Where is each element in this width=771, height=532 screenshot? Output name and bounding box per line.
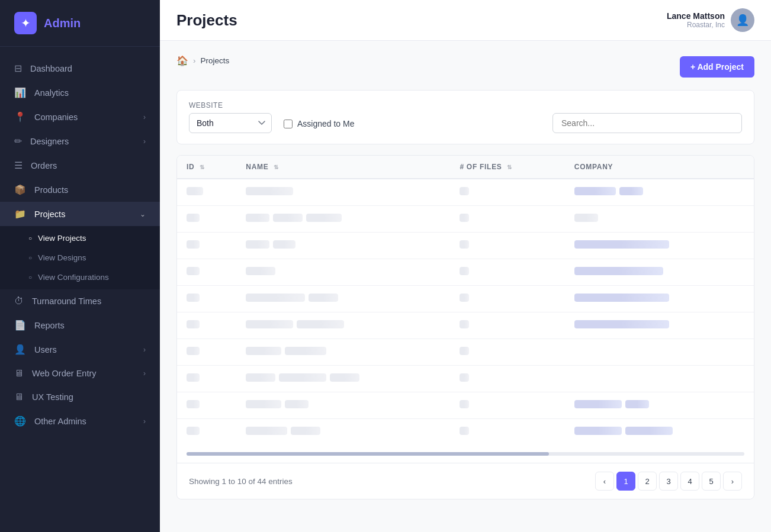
sidebar-item-label: Turnaround Times <box>32 296 101 306</box>
analytics-icon: 📊 <box>14 87 26 98</box>
pagination-page-4[interactable]: 4 <box>680 472 699 491</box>
col-name: NAME ⇅ <box>236 156 450 179</box>
avatar: 👤 <box>731 8 754 32</box>
sidebar-item-label: Designers <box>30 137 69 146</box>
table-body <box>177 179 754 445</box>
table-row[interactable] <box>177 419 754 446</box>
sidebar-item-label: Projects <box>34 209 65 219</box>
sidebar-item-label: Web Order Entry <box>32 369 97 378</box>
pagination-next[interactable]: › <box>723 472 742 491</box>
users-icon: 👤 <box>14 344 26 355</box>
chevron-right-icon: › <box>143 137 146 146</box>
chevron-right-icon: › <box>143 417 146 425</box>
other-admins-icon: 🌐 <box>14 415 26 427</box>
orders-icon: ☰ <box>14 160 23 171</box>
sidebar-item-view-projects[interactable]: View Projects <box>0 228 160 248</box>
sort-icon: ⇅ <box>507 164 512 170</box>
companies-icon: 📍 <box>14 111 26 122</box>
sidebar-item-ux-testing[interactable]: 🖥 UX Testing <box>0 385 160 409</box>
sidebar-item-projects[interactable]: 📁 Projects ⌄ <box>0 202 160 226</box>
assigned-checkbox-label[interactable]: Assigned to Me <box>284 119 355 133</box>
breadcrumb-actions: 🏠 › Projects + Add Project <box>176 55 754 78</box>
pagination-row: Showing 1 to 10 of 44 entries ‹ 1 2 3 4 … <box>177 463 754 499</box>
website-filter-group: Website Both Roastar Generic <box>189 101 272 133</box>
scrollbar-thumb <box>187 452 549 456</box>
sidebar-nav: ⊟ Dashboard 📊 Analytics 📍 Companies › ✏ … <box>0 47 160 532</box>
pagination-page-3[interactable]: 3 <box>659 472 678 491</box>
sidebar-item-label: Dashboard <box>30 64 72 73</box>
website-filter-label: Website <box>189 101 272 109</box>
sidebar-brand: Admin <box>44 17 81 30</box>
projects-table-container: ID ⇅ NAME ⇅ # OF FILES ⇅ COMPANY <box>176 155 754 499</box>
assigned-label-text: Assigned to Me <box>297 119 355 128</box>
sub-item-label: View Projects <box>38 234 86 243</box>
table-row[interactable] <box>177 339 754 366</box>
sidebar-item-reports[interactable]: 📄 Reports <box>0 313 160 337</box>
chevron-right-icon: › <box>143 346 146 354</box>
sidebar-item-analytics[interactable]: 📊 Analytics <box>0 80 160 105</box>
products-icon: 📦 <box>14 184 26 195</box>
sidebar-item-users[interactable]: 👤 Users › <box>0 337 160 362</box>
pagination-buttons: ‹ 1 2 3 4 5 › <box>595 472 742 491</box>
assigned-to-me-checkbox[interactable] <box>284 120 293 128</box>
add-project-button[interactable]: + Add Project <box>680 56 754 78</box>
col-id: ID ⇅ <box>177 156 236 179</box>
sidebar-item-label: Users <box>34 345 57 354</box>
table-row[interactable] <box>177 179 754 206</box>
sidebar-item-products[interactable]: 📦 Products <box>0 178 160 202</box>
turnaround-icon: ⏱ <box>14 296 24 307</box>
pagination-prev[interactable]: ‹ <box>595 472 614 491</box>
table-row[interactable] <box>177 392 754 419</box>
reports-icon: 📄 <box>14 320 26 331</box>
projects-table: ID ⇅ NAME ⇅ # OF FILES ⇅ COMPANY <box>177 156 754 445</box>
user-info-area: Lance Mattson Roastar, Inc 👤 <box>667 8 754 32</box>
sidebar-item-dashboard[interactable]: ⊟ Dashboard <box>0 56 160 80</box>
website-select[interactable]: Both Roastar Generic <box>189 113 272 133</box>
chevron-right-icon: › <box>143 369 146 378</box>
table-header-row: ID ⇅ NAME ⇅ # OF FILES ⇅ COMPANY <box>177 156 754 179</box>
scrollbar-area <box>177 445 754 463</box>
table-row[interactable] <box>177 206 754 233</box>
main-content: Projects Lance Mattson Roastar, Inc 👤 🏠 … <box>160 0 771 532</box>
sidebar-item-view-designs[interactable]: View Designs <box>0 248 160 267</box>
sidebar-item-label: Orders <box>31 161 57 170</box>
sidebar-item-companies[interactable]: 📍 Companies › <box>0 105 160 129</box>
sort-icon: ⇅ <box>274 164 279 170</box>
col-files: # OF FILES ⇅ <box>450 156 564 179</box>
projects-submenu: View Projects View Designs View Configur… <box>0 226 160 289</box>
sidebar-item-label: Analytics <box>34 88 69 98</box>
sidebar-item-label: Products <box>34 185 68 195</box>
logo-icon: ✦ <box>14 12 37 34</box>
sidebar-item-turnaround-times[interactable]: ⏱ Turnaround Times <box>0 289 160 313</box>
pagination-page-2[interactable]: 2 <box>638 472 657 491</box>
pagination-page-5[interactable]: 5 <box>702 472 721 491</box>
horizontal-scrollbar[interactable] <box>187 452 744 456</box>
chevron-right-icon: › <box>143 113 146 121</box>
search-input[interactable] <box>552 113 742 133</box>
sidebar-item-other-admins[interactable]: 🌐 Other Admins › <box>0 409 160 433</box>
sidebar-item-web-order-entry[interactable]: 🖥 Web Order Entry › <box>0 362 160 385</box>
sidebar-item-designers[interactable]: ✏ Designers › <box>0 129 160 153</box>
home-icon[interactable]: 🏠 <box>176 55 188 66</box>
table-row[interactable] <box>177 366 754 392</box>
sidebar: ✦ Admin ⊟ Dashboard 📊 Analytics 📍 Compan… <box>0 0 160 532</box>
sidebar-logo: ✦ Admin <box>0 0 160 47</box>
sub-item-label: View Configurations <box>38 273 109 282</box>
designers-icon: ✏ <box>14 136 22 147</box>
user-company: Roastar, Inc <box>667 21 725 29</box>
breadcrumb: 🏠 › Projects <box>176 55 229 66</box>
sidebar-item-view-configurations[interactable]: View Configurations <box>0 267 160 287</box>
sidebar-item-label: Other Admins <box>34 417 86 426</box>
table-row[interactable] <box>177 233 754 259</box>
table-row[interactable] <box>177 259 754 286</box>
filters-row: Website Both Roastar Generic Assigned to… <box>176 90 754 144</box>
page-header: Projects Lance Mattson Roastar, Inc 👤 <box>160 0 771 41</box>
sidebar-item-orders[interactable]: ☰ Orders <box>0 153 160 178</box>
user-details: Lance Mattson Roastar, Inc <box>667 11 725 29</box>
table-row[interactable] <box>177 286 754 312</box>
pagination-page-1[interactable]: 1 <box>616 472 635 491</box>
table-row[interactable] <box>177 312 754 339</box>
ux-testing-icon: 🖥 <box>14 392 24 402</box>
col-company: COMPANY <box>565 156 754 179</box>
breadcrumb-current: Projects <box>201 56 230 65</box>
